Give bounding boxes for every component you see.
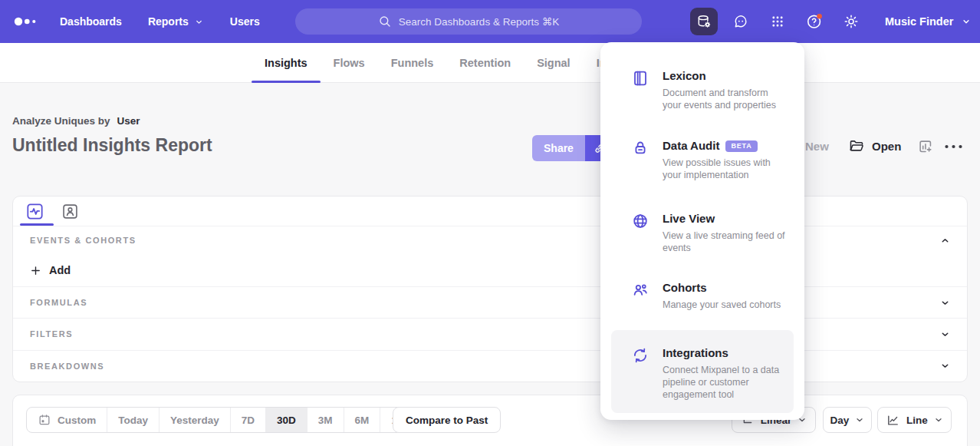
menu-item-title: Live View [663, 211, 715, 226]
pulse-chart-icon [25, 202, 44, 221]
menu-item-text: Integrations Connect Mixpanel to a data … [663, 345, 786, 401]
chart-type-dropdown[interactable]: Line [877, 407, 952, 433]
interval-dropdown[interactable]: Day [823, 407, 872, 433]
range-3m[interactable]: 3M [307, 408, 344, 432]
tab-retention[interactable]: Retention [446, 43, 524, 82]
range-30d[interactable]: 30D [265, 408, 307, 432]
tab-profiles-mode[interactable] [60, 201, 80, 221]
chevron-down-icon[interactable] [940, 361, 950, 371]
lock-icon [631, 139, 649, 157]
chevron-down-icon [961, 16, 972, 27]
range-custom[interactable]: Custom [27, 408, 107, 432]
project-switcher[interactable]: Music Finder [885, 15, 972, 28]
chevron-down-icon [855, 415, 864, 425]
help-icon[interactable] [801, 8, 828, 35]
range-yesterday[interactable]: Yesterday [159, 408, 230, 432]
folder-icon [848, 137, 865, 154]
menu-item-title: Integrations [663, 345, 728, 361]
query-mode-tabs [13, 197, 967, 226]
menu-item-data-audit[interactable]: Data Audit BETA View possible issues wit… [611, 132, 794, 187]
data-management-menu: Lexicon Document and transform your even… [600, 42, 804, 420]
tab-flows[interactable]: Flows [321, 43, 378, 82]
beta-badge: BETA [725, 140, 757, 152]
nav-dashboards[interactable]: Dashboards [60, 15, 122, 28]
range-label: Custom [58, 415, 96, 426]
menu-item-cohorts[interactable]: Cohorts Manage your saved cohorts [611, 274, 794, 317]
data-management-icon[interactable] [690, 8, 718, 35]
search-input[interactable]: Search Dashboards & Reports ⌘K [295, 8, 642, 35]
app-screen: Dashboards Reports Users Search Dashboar… [0, 0, 980, 446]
chevron-down-icon[interactable] [940, 329, 950, 339]
active-tab-underline [20, 223, 54, 226]
tab-insights[interactable]: Insights [252, 43, 321, 82]
range-7d[interactable]: 7D [230, 408, 265, 432]
search-icon [378, 15, 392, 28]
nav-users-label: Users [230, 15, 260, 28]
compare-to-past-button[interactable]: Compare to Past [393, 407, 501, 433]
share-label: Share [544, 142, 574, 154]
chevron-down-icon [194, 17, 204, 27]
sync-icon [631, 346, 649, 365]
nav-reports-label: Reports [148, 15, 189, 28]
globe-icon [631, 212, 649, 230]
menu-item-title: Lexicon [663, 68, 706, 84]
tab-funnels[interactable]: Funnels [378, 43, 447, 82]
range-6m[interactable]: 6M [344, 408, 380, 432]
apps-grid-icon[interactable] [764, 8, 791, 35]
events-add-row: Add [13, 254, 967, 286]
feedback-icon[interactable] [727, 8, 755, 35]
page-title[interactable]: Untitled Insights Report [12, 135, 212, 156]
nav-users[interactable]: Users [230, 15, 260, 28]
range-today[interactable]: Today [107, 408, 159, 432]
chart-controls-card: Custom Today Yesterday 7D 30D 3M 6M 12M … [12, 395, 968, 446]
share-button[interactable]: Share [532, 135, 585, 161]
menu-item-description: View a live streaming feed of events [663, 230, 786, 254]
section-events-cohorts[interactable]: EVENTS & COHORTS [13, 226, 967, 254]
add-event-button[interactable]: Add [30, 264, 71, 276]
settings-icon[interactable] [837, 8, 865, 35]
plus-icon [30, 265, 41, 276]
open-report-button[interactable]: Open [848, 137, 901, 154]
open-label: Open [872, 140, 901, 153]
search-placeholder: Search Dashboards & Reports ⌘K [399, 15, 559, 28]
people-icon [631, 281, 649, 299]
menu-item-lexicon[interactable]: Lexicon Document and transform your even… [611, 62, 794, 117]
analyze-value[interactable]: User [117, 115, 140, 127]
section-filters[interactable]: FILTERS [13, 318, 967, 349]
more-options-icon[interactable] [943, 143, 964, 150]
menu-item-description: Connect Mixpanel to a data pipeline or c… [663, 364, 786, 401]
section-breakdowns[interactable]: BREAKDOWNS [13, 350, 967, 382]
primary-nav: Dashboards Reports Users [60, 0, 260, 43]
add-to-dashboard-icon[interactable] [917, 138, 934, 155]
project-name: Music Finder [885, 15, 953, 28]
chevron-down-icon[interactable] [940, 298, 950, 308]
section-label: EVENTS & COHORTS [30, 236, 136, 245]
mixpanel-logo-icon[interactable] [14, 16, 40, 27]
topbar-icon-group: Music Finder [690, 8, 972, 35]
menu-item-description: Document and transform your events and p… [663, 87, 786, 111]
interval-label: Day [830, 415, 850, 426]
date-range-segmented-control: Custom Today Yesterday 7D 30D 3M 6M 12M [26, 407, 423, 433]
tab-events-mode[interactable] [25, 201, 44, 221]
menu-item-live-view[interactable]: Live View View a live streaming feed of … [611, 205, 794, 260]
nav-reports[interactable]: Reports [148, 15, 204, 28]
menu-item-title: Cohorts [663, 280, 707, 296]
top-navigation-bar: Dashboards Reports Users Search Dashboar… [0, 0, 980, 43]
report-tabstrip: Insights Flows Funnels Retention Signal … [0, 43, 980, 83]
chevron-up-icon[interactable] [940, 236, 950, 246]
tab-signal[interactable]: Signal [524, 43, 584, 82]
menu-item-description: View possible issues with your implement… [663, 157, 786, 181]
menu-item-text: Lexicon Document and transform your even… [663, 68, 786, 111]
line-chart-icon [886, 413, 900, 428]
chevron-down-icon [934, 415, 943, 425]
menu-item-text: Data Audit BETA View possible issues wit… [663, 138, 786, 181]
person-icon [61, 203, 79, 220]
menu-item-text: Cohorts Manage your saved cohorts [663, 280, 781, 311]
section-formulas[interactable]: FORMULAS [13, 286, 967, 318]
menu-item-integrations[interactable]: Integrations Connect Mixpanel to a data … [611, 330, 794, 413]
new-report-button[interactable]: New [805, 140, 829, 153]
section-label: FORMULAS [30, 298, 87, 307]
analyze-label: Analyze Uniques by [12, 115, 110, 127]
nav-dashboards-label: Dashboards [60, 15, 122, 28]
menu-item-description: Manage your saved cohorts [663, 299, 781, 311]
